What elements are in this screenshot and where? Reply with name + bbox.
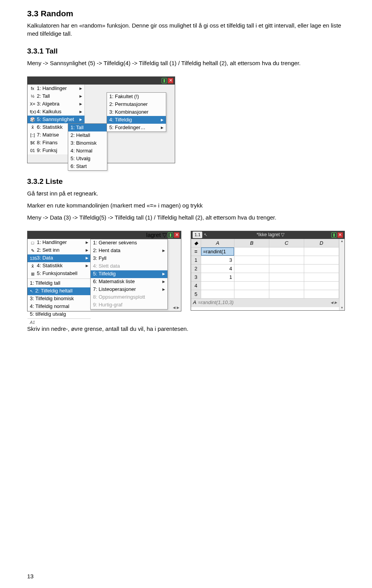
submenu2-tilfeldig-heltall[interactable]: ↖2: Tilfeldig heltall [28,287,91,295]
xbar-icon: x̄ [30,263,35,269]
titlebar: 1.1 ↖ *Ikke lagret ▽ ▮ ✕ [191,231,344,239]
submenu-tilfeldig[interactable]: 5: Tilfeldig▶ [91,270,167,278]
matrix-icon: [::] [30,132,35,138]
chevron-right-icon: ▶ [79,94,82,99]
submenu2-tilfeldig-utvalg[interactable]: 5: tilfeldig utvalg [28,311,91,318]
chevron-right-icon: ▶ [161,125,164,130]
para-3-3-2-a: Gå først inn på et regneark. [27,189,349,197]
titlebar: ▮ ✕ [28,77,175,85]
submenu-oppsummeringsplott: 8: Oppsummeringsplott [91,294,167,301]
submenu-permutasjoner[interactable]: 2: Permutasjoner [107,100,166,108]
cursor-icon: ↖ [204,232,207,238]
submenu-fyll[interactable]: 3: Fyll [91,255,167,263]
fraction-icon: ½ [30,93,35,99]
cell-editing[interactable]: =randint(1 [201,247,234,256]
col-head-b[interactable]: B [234,239,269,247]
submenu-hurtig-graf: 9: Hurtig-graf [91,301,167,309]
chevron-right-icon: ▶ [79,109,82,114]
submenu-utvalg[interactable]: 5: Utvalg [68,155,107,163]
menu-funksjonstabell[interactable]: ⊞5: Funksjonstabell [28,270,91,278]
scroll-arrows[interactable]: ◀ ▶ [171,304,181,311]
close-icon[interactable]: ✕ [168,78,173,83]
section-3-3: 3.3 Random Kalkulatoren har en «random» … [27,8,349,38]
formula-row: = =randint(1 [191,247,339,256]
submenu-listeoperasjoner[interactable]: 7: Listeoperasjoner▶ [91,286,167,294]
menu-handlinger[interactable]: □1: Handlinger▶ [28,239,91,247]
chevron-right-icon: ▶ [79,102,82,107]
submenu2-tilfeldig-binomisk[interactable]: 3: Tilfeldig binomisk [28,295,91,303]
scroll-arrows[interactable]: ◀ ▶ [331,300,337,305]
menu-tall[interactable]: ½2: Tall▶ [28,92,84,100]
para-3-3-intro: Kalkulatoren har en «random» funksjon. D… [27,21,349,38]
tab-label[interactable]: 1.1 [193,232,202,238]
chevron-right-icon: ▶ [162,248,165,253]
col-head-c[interactable]: C [269,239,304,247]
submenu-slett-data: 4: Slett data [91,263,167,270]
screenshot-menu-data: lagret ▽ ▮ ✕ □1: Handlinger▶ ✎2: Sett in… [27,231,181,311]
close-icon[interactable]: ✕ [174,232,179,238]
table-row[interactable]: 2 4 [191,265,339,273]
submenu-binomisk[interactable]: 3: Binomisk [68,139,107,147]
xbar-icon: x̄ [30,125,35,130]
submenu-fakultet[interactable]: 1: Fakultet (!) [107,93,166,100]
col-head-d[interactable]: D [304,239,339,247]
table-row[interactable]: 3 1 [191,273,339,282]
menu-kalkulus[interactable]: f(x)4: Kalkulus▶ [28,108,84,116]
table-row[interactable]: 5 [191,290,339,299]
heading-3-3: 3.3 Random [27,8,349,19]
battery-icon: ▮ [162,78,167,83]
battery-icon: ▮ [331,232,337,238]
para-3-3-2-b: Marker en rute kommandolinjen (markert m… [27,201,349,209]
submenu-tilfeldig[interactable]: 4: Tilfeldig▶ [107,116,166,124]
submenu-data: 1: Generer sekvens 2: Hent data▶ 3: Fyll… [90,239,168,310]
menu-algebra[interactable]: X=3: Algebra▶ [28,100,84,108]
chevron-right-icon: ▶ [86,248,88,253]
submenu-normal[interactable]: 4: Normal [68,147,107,155]
submenu-tall[interactable]: 1: Tall [68,124,107,131]
submenu-start[interactable]: 6: Start [68,163,107,170]
submenu-heltall[interactable]: 2: Heltall [68,131,107,139]
heading-3-3-1: 3.3.1 Tall [27,46,349,57]
screenshot-row: lagret ▽ ▮ ✕ □1: Handlinger▶ ✎2: Sett in… [27,231,349,311]
menu-handlinger[interactable]: fx1: Handlinger▶ [28,85,84,92]
close-icon[interactable]: ✕ [338,232,343,238]
submenu2-tilfeldig-tall[interactable]: 1: Tilfeldig tall [28,280,91,287]
binary-icon: 01 [30,148,35,153]
submenu-tilfeldig-types: 1: Tall 2: Heltall 3: Binomisk 4: Normal… [68,123,107,171]
submenu-fordelinger[interactable]: 5: Fordelinger…▶ [107,124,166,131]
menu-sannsynlighet[interactable]: 🎲5: Sannsynlighet▶ [28,116,84,123]
chevron-right-icon: ▶ [161,118,164,123]
para-3-3-1: Meny -> Sannsynlighet (5) -> Tilfeldig(4… [27,59,349,67]
x-equals-icon: X= [30,101,35,107]
scroll-down-icon[interactable]: ▼ [341,306,344,310]
cursor-icon: ↖ [30,289,33,294]
submenu-generer-sekvens[interactable]: 1: Generer sekvens [91,239,167,247]
col-head-a[interactable]: A [201,239,234,247]
cell-indicator: A1 [28,318,91,326]
table-row[interactable]: 1 3 [191,256,339,265]
menu-data[interactable]: 1353: Data▶ [28,254,91,262]
submenu-sannsynlighet-main: 1: Fakultet (!) 2: Permutasjoner 3: Komb… [107,92,166,132]
submenu-matematisk-liste[interactable]: 6: Matematisk liste▶ [91,278,167,286]
dice-icon: 🎲 [30,117,35,122]
table-row[interactable]: 4 [191,282,339,290]
submenu2-tilfeldig-normal[interactable]: 4: Tilfeldig normal [28,303,91,311]
chevron-right-icon: ▶ [79,86,82,91]
formula-cell-ref: A [193,299,196,306]
submenu-kombinasjoner[interactable]: 3: Kombinasjoner [107,108,166,116]
menu-sett-inn[interactable]: ✎2: Sett inn▶ [28,247,91,254]
scrollbar[interactable]: ▲▼ [339,239,344,310]
formula-bar[interactable]: A =randint(1,10,3) ◀ ▶ [191,299,339,307]
menu-statistikk[interactable]: x̄4: Statistikk▶ [28,262,91,270]
scroll-up-icon[interactable]: ▲ [341,239,344,243]
table-icon: ⊞ [30,271,35,277]
chevron-right-icon: ▶ [162,287,165,292]
battery-icon: ▮ [168,232,173,238]
titlebar: lagret ▽ ▮ ✕ [28,231,181,239]
header-corner: ◆ [191,239,201,247]
main-menu: □1: Handlinger▶ ✎2: Sett inn▶ 1353: Data… [28,239,91,311]
submenu-hent-data[interactable]: 2: Hent data▶ [91,247,167,255]
screenshot-spreadsheet: 1.1 ↖ *Ikke lagret ▽ ▮ ✕ ◆ A B C D = [191,231,345,311]
table-header-row: ◆ A B C D [191,239,339,247]
currency-icon: $€ [30,140,35,145]
